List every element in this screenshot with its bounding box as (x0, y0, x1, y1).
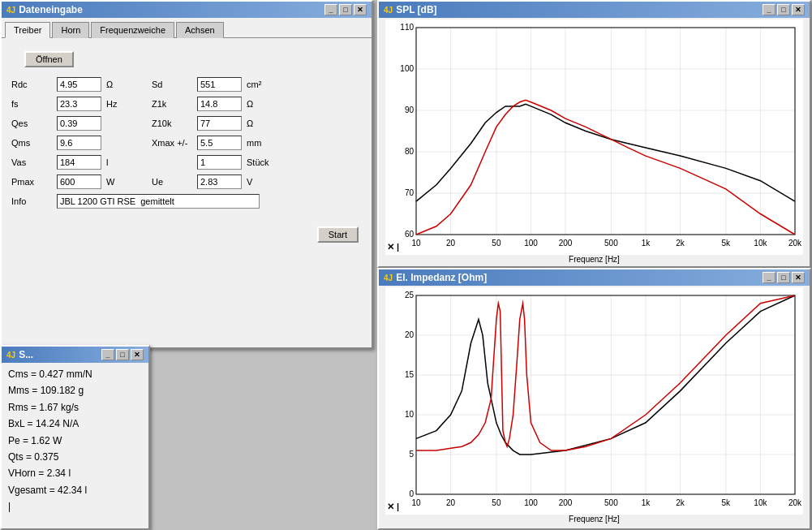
rdc-input[interactable] (57, 77, 101, 92)
pmax-row: Pmax W Ue V (11, 175, 362, 189)
vas-label: Vas (11, 157, 52, 167)
pmax-label: Pmax (11, 177, 52, 187)
close-button[interactable]: ✕ (354, 4, 367, 15)
stats-line-4: BxL = 14.24 N/A (8, 416, 142, 432)
stats-close-button[interactable]: ✕ (131, 349, 144, 360)
pmax-unit: W (106, 177, 131, 187)
dateneingabe-window: 4J Dateneingabe _ □ ✕ Treiber Horn Frequ… (0, 0, 373, 349)
spl-title-bar: 4J SPL [dB] _ □ ✕ (379, 2, 810, 18)
ue-label: Ue (152, 177, 192, 187)
rdc-unit: Ω (106, 80, 131, 89)
info-label: Info (11, 196, 52, 206)
tab-bar: Treiber Horn Frequenzweiche Achsen (2, 18, 372, 38)
spl-canvas (385, 19, 803, 255)
qms-row: Qms Xmax +/- mm (11, 136, 362, 150)
sd-unit: cm² (247, 80, 271, 89)
qms-label: Qms (11, 138, 52, 148)
xmax-input[interactable] (197, 136, 242, 150)
stats-line-2: Mms = 109.182 g (8, 382, 142, 399)
stats-title-controls: _ □ ✕ (101, 349, 144, 360)
fs-row: fs Hz Z1k Ω (11, 97, 362, 111)
count-input[interactable] (197, 155, 242, 170)
stats-window-icon: 4J (6, 351, 15, 360)
impedance-maximize-button[interactable]: □ (777, 272, 790, 283)
z1k-input[interactable] (197, 97, 242, 111)
stats-minimize-button[interactable]: _ (101, 349, 114, 360)
ue-unit: V (247, 177, 271, 187)
vas-unit: l (106, 157, 131, 167)
stats-line-8: Vgesamt = 42.34 l (8, 482, 142, 498)
start-button[interactable]: Start (317, 226, 359, 243)
spl-x-label: Frequenz [Hz] (385, 255, 803, 264)
spl-x-marker: ✕ | (387, 242, 399, 252)
pmax-input[interactable] (57, 175, 101, 189)
rdc-row: Rdc Ω Sd cm² (11, 77, 362, 92)
stats-cursor: | (8, 498, 142, 515)
xmax-unit: mm (247, 138, 271, 148)
spl-title: SPL [dB] (396, 4, 436, 15)
qes-label: Qes (11, 118, 52, 128)
stats-title: S... (19, 349, 33, 360)
impedance-close-button[interactable]: ✕ (792, 272, 805, 283)
info-row: Info (11, 194, 362, 209)
impedance-title-controls: _ □ ✕ (763, 272, 805, 283)
count-unit: Stück (247, 157, 271, 167)
vas-row: Vas l Stück (11, 155, 362, 170)
dateneingabe-title-bar: 4J Dateneingabe _ □ ✕ (2, 2, 372, 18)
fs-input[interactable] (57, 97, 101, 111)
maximize-button[interactable]: □ (339, 4, 352, 15)
tab-achsen[interactable]: Achsen (176, 22, 224, 38)
spl-close-button[interactable]: ✕ (792, 4, 805, 15)
spl-window: 4J SPL [dB] _ □ ✕ Frequenz [Hz] ✕ | (377, 0, 811, 268)
stats-line-3: Rms = 1.67 kg/s (8, 399, 142, 416)
spl-minimize-button[interactable]: _ (763, 4, 775, 15)
dateneingabe-title: Dateneingabe (19, 4, 83, 15)
z1k-unit: Ω (247, 99, 271, 109)
spl-title-controls: _ □ ✕ (763, 4, 805, 15)
tab-horn[interactable]: Horn (52, 22, 89, 38)
window-icon: 4J (6, 6, 15, 15)
stats-line-6: Qts = 0.375 (8, 449, 142, 465)
start-row: Start (2, 220, 372, 249)
fs-unit: Hz (106, 99, 131, 109)
info-input[interactable] (57, 194, 260, 209)
sd-input[interactable] (197, 77, 242, 92)
qes-input[interactable] (57, 116, 101, 131)
title-controls: _ □ ✕ (324, 4, 367, 15)
impedance-canvas (385, 287, 803, 515)
fs-label: fs (11, 99, 52, 109)
impedance-x-marker: ✕ | (387, 502, 399, 512)
spl-chart-container: Frequenz [Hz] ✕ | (379, 18, 810, 267)
rdc-label: Rdc (11, 80, 52, 89)
z10k-label: Z10k (152, 118, 192, 128)
spl-maximize-button[interactable]: □ (777, 4, 790, 15)
stats-line-1: Cms = 0.427 mm/N (8, 366, 142, 382)
xmax-label: Xmax +/- (152, 138, 192, 148)
open-button[interactable]: Öffnen (24, 51, 74, 67)
stats-content: Cms = 0.427 mm/N Mms = 109.182 g Rms = 1… (2, 363, 148, 519)
stats-line-7: VHorn = 2.34 l (8, 465, 142, 481)
stats-maximize-button[interactable]: □ (116, 349, 129, 360)
impedance-window-icon: 4J (384, 274, 393, 282)
spl-window-icon: 4J (384, 6, 393, 15)
sd-label: Sd (152, 80, 192, 89)
tab-treiber[interactable]: Treiber (5, 22, 50, 38)
impedance-chart-container: Frequenz [Hz] ✕ | (379, 286, 810, 527)
minimize-button[interactable]: _ (324, 4, 337, 15)
z10k-input[interactable] (197, 116, 242, 131)
impedance-minimize-button[interactable]: _ (763, 272, 775, 283)
stats-line-5: Pe = 1.62 W (8, 433, 142, 449)
impedance-title-bar: 4J El. Impedanz [Ohm] _ □ ✕ (379, 269, 810, 286)
qms-input[interactable] (57, 136, 101, 150)
z10k-unit: Ω (247, 118, 271, 128)
ue-input[interactable] (197, 175, 242, 189)
vas-input[interactable] (57, 155, 101, 170)
impedance-x-label: Frequenz [Hz] (385, 515, 803, 524)
impedance-window: 4J El. Impedanz [Ohm] _ □ ✕ Frequenz [Hz… (377, 268, 811, 530)
z1k-label: Z1k (152, 99, 192, 109)
qes-row: Qes Z10k Ω (11, 116, 362, 131)
tab-frequenzweiche[interactable]: Frequenzweiche (91, 22, 174, 38)
stats-title-bar: 4J S... _ □ ✕ (2, 347, 148, 363)
impedance-title: El. Impedanz [Ohm] (396, 272, 487, 283)
stats-window: 4J S... _ □ ✕ Cms = 0.427 mm/N Mms = 109… (0, 345, 150, 530)
